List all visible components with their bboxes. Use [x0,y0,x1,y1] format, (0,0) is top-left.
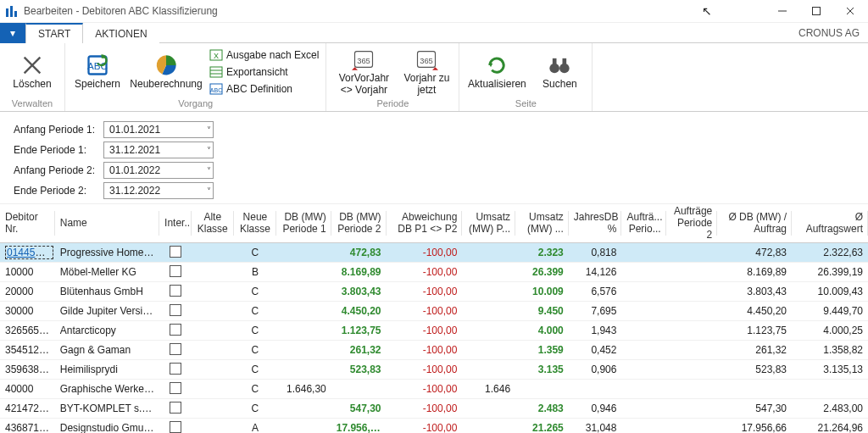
col-um2[interactable]: Umsatz (MW) ... [515,204,569,243]
table-row[interactable]: 01445544Progressive Home Fur...C472,83-1… [0,243,868,263]
col-neue[interactable]: Neue Klasse [234,204,276,243]
prevprev-button[interactable]: 365 VorVorJahr <> Vorjahr [331,46,396,97]
chevron-down-icon: ˅ [207,166,211,175]
table-row[interactable]: 32656565AntarcticopyC1.123,75-100,004.00… [0,321,868,341]
app-menu-button[interactable]: ▾ [0,23,25,43]
col-db2[interactable]: DB (MW) Periode 2 [331,204,387,243]
app-icon [5,4,19,18]
svg-rect-4 [813,8,821,15]
group-seite: Seite [465,98,587,109]
svg-rect-29 [563,58,567,64]
ribbon-tabs: ▾ START AKTIONEN CRONUS AG [0,23,868,43]
col-ap1[interactable]: Aufträ... Perio... [621,204,665,243]
table-row[interactable]: 35451236Gagn & GamanC261,32-100,001.3590… [0,341,868,360]
group-vorgang: Vorgang [70,98,320,109]
tab-aktionen[interactable]: AKTIONEN [83,23,159,43]
group-verwalten: Verwalten [5,98,59,109]
table-row[interactable]: 42147258BYT-KOMPLET s.r.o.C547,30-100,00… [0,399,868,419]
svg-marker-25 [489,64,493,68]
company-label: CRONUS AG [790,23,868,43]
header-row[interactable]: Debitor Nr. Name Inter... Alte Klasse Ne… [0,204,868,243]
ap2-combo[interactable]: 01.01.2022˅ [103,162,214,179]
svg-rect-14 [210,67,222,77]
svg-text:ABC: ABC [210,87,222,93]
col-debitor[interactable]: Debitor Nr. [0,204,55,243]
table-row[interactable]: 35963852HeimilisprydiC523,83-100,003.135… [0,360,868,380]
calendar-right-icon: 365 [415,47,438,71]
svg-rect-2 [14,11,17,17]
excel-icon: X [209,48,223,62]
ap1-combo[interactable]: 01.01.2021˅ [103,121,214,138]
exportview-icon [209,65,223,79]
close-button[interactable] [836,0,865,22]
abcdef-button[interactable]: ABCABC Definition [208,81,320,97]
filters: Anfang Periode 1: 01.01.2021˅ Ende Perio… [0,112,868,203]
checkbox[interactable] [170,382,181,394]
prev-to-now-button[interactable]: 365 Vorjahr zu jetzt [399,46,453,97]
col-alte[interactable]: Alte Klasse [192,204,234,243]
col-avgor[interactable]: Ø Auftragswert [792,204,868,243]
ep2-combo[interactable]: 31.12.2022˅ [103,182,214,199]
col-abw[interactable]: Abweichung DB P1 <> P2 [387,204,463,243]
svg-rect-0 [6,8,8,17]
ap1-label: Anfang Periode 1: [10,120,98,139]
svg-text:365: 365 [358,57,371,65]
table-row[interactable]: 10000Möbel-Meller KGB8.169,89-100,0026.3… [0,263,868,282]
ep2-label: Ende Periode 2: [10,181,98,200]
table-row[interactable]: 20000Blütenhaus GmbHC3.803,43-100,0010.0… [0,282,868,302]
debitor-link[interactable]: 01445544 [5,246,53,259]
chevron-down-icon: ˅ [207,186,211,196]
col-ap2[interactable]: Aufträge Periode 2 [666,204,718,243]
search-button[interactable]: Suchen [532,52,587,92]
checkbox[interactable] [170,265,181,277]
group-periode: Periode [331,98,453,109]
save-button[interactable]: ABC Speichern [70,52,125,92]
table-row[interactable]: 43687129Designstudio GmundenA17.956,66-1… [0,419,868,433]
grid[interactable]: Debitor Nr. Name Inter... Alte Klasse Ne… [0,203,868,433]
delete-button[interactable]: Löschen [5,52,59,92]
col-name[interactable]: Name [55,204,159,243]
col-um1[interactable]: Umsatz (MW) P... [462,204,515,243]
cursor-icon: ↖ [702,4,763,18]
checkbox[interactable] [170,343,181,355]
tab-start[interactable]: START [25,23,83,43]
refresh-icon [485,53,509,77]
table-row[interactable]: 30000Gilde Jupiter Versicher...C4.450,20… [0,302,868,321]
delete-icon [20,53,44,77]
calendar-left-icon: 365 [352,47,376,71]
refresh-button[interactable]: Aktualisieren [465,52,529,92]
svg-text:365: 365 [420,57,434,65]
checkbox[interactable] [170,246,181,258]
svg-point-26 [550,64,560,74]
titlebar: Bearbeiten - Debitoren ABC Klassifizieru… [0,0,868,23]
exportview-button[interactable]: Exportansicht [208,64,320,80]
col-avgdb[interactable]: Ø DB (MW) / Auftrag [717,204,792,243]
checkbox[interactable] [170,421,181,433]
svg-point-27 [559,64,570,74]
recalc-button[interactable]: Neuberechnung [128,52,204,92]
col-jdb[interactable]: JahresDB % [569,204,622,243]
checkbox[interactable] [170,324,181,336]
table-row[interactable]: 40000Graphische Werke La...C1.646,30-100… [0,380,868,399]
col-db1[interactable]: DB (MW) Periode 1 [276,204,331,243]
pie-icon [154,53,178,77]
binoculars-icon [548,53,571,77]
minimize-button[interactable] [768,0,797,22]
svg-text:X: X [214,52,219,60]
abc-icon: ABC [209,82,223,96]
ep1-label: Ende Periode 1: [10,141,98,159]
checkbox[interactable] [170,363,181,375]
chevron-down-icon: ˅ [207,146,211,155]
checkbox[interactable] [170,402,181,414]
svg-rect-28 [553,58,557,64]
export-excel-button[interactable]: XAusgabe nach Excel [208,47,320,63]
col-inter[interactable]: Inter... [159,204,192,243]
save-icon: ABC [86,53,109,77]
chevron-down-icon: ˅ [207,125,211,135]
ap2-label: Anfang Periode 2: [10,161,98,180]
checkbox[interactable] [170,285,181,297]
ep1-combo[interactable]: 31.12.2021˅ [103,142,214,158]
maximize-button[interactable] [802,0,831,22]
checkbox[interactable] [170,304,181,316]
ribbon: Löschen Verwalten ABC Speichern Neuberec… [0,43,868,112]
